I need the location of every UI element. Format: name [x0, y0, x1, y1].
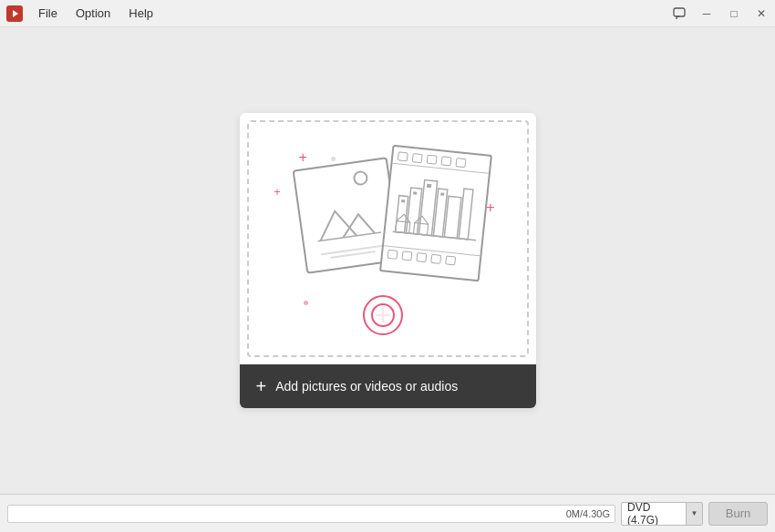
maximize-button[interactable]: □: [720, 0, 748, 27]
main-content: + + +: [0, 27, 775, 494]
add-media-circle[interactable]: [363, 295, 403, 335]
minimize-button[interactable]: ─: [693, 0, 720, 27]
bottom-bar: 0M/4.30G DVD (4.7G) ▼ Burn: [0, 494, 775, 532]
svg-rect-2: [674, 8, 685, 16]
menu-file[interactable]: File: [29, 3, 67, 24]
menu-help[interactable]: Help: [119, 3, 162, 24]
close-button[interactable]: ✕: [748, 0, 775, 27]
add-media-bar[interactable]: + Add pictures or videos or audios: [240, 364, 536, 408]
drop-zone[interactable]: + + +: [240, 113, 536, 408]
chat-button[interactable]: [666, 0, 693, 27]
film-card: [378, 145, 491, 282]
deco-dot-1: [331, 157, 336, 161]
burn-button[interactable]: Burn: [708, 502, 768, 526]
app-logo: [5, 5, 24, 23]
menu-option[interactable]: Option: [67, 3, 119, 24]
progress-wrapper: 0M/4.30G: [7, 505, 615, 523]
titlebar: File Option Help ─ □ ✕: [0, 0, 775, 27]
add-plus-icon: +: [256, 377, 267, 395]
dvd-dropdown-arrow[interactable]: ▼: [686, 502, 702, 526]
dvd-label: DVD (4.7G): [622, 502, 686, 526]
svg-point-21: [372, 304, 394, 326]
deco-plus-2: +: [274, 186, 281, 199]
drop-zone-inner: + + +: [247, 120, 529, 357]
menu-bar: File Option Help: [29, 3, 162, 24]
storage-usage-label: 0M/4.30G: [566, 508, 610, 519]
add-media-label: Add pictures or videos or audios: [275, 379, 458, 394]
dvd-selector[interactable]: DVD (4.7G) ▼: [621, 502, 703, 526]
window-controls: ─ □ ✕: [666, 0, 775, 27]
svg-rect-3: [310, 190, 385, 250]
deco-dot-3: [304, 301, 308, 305]
progress-bar-fill: [8, 506, 615, 522]
deco-plus-1: +: [299, 149, 307, 166]
progress-bar: [7, 505, 615, 523]
